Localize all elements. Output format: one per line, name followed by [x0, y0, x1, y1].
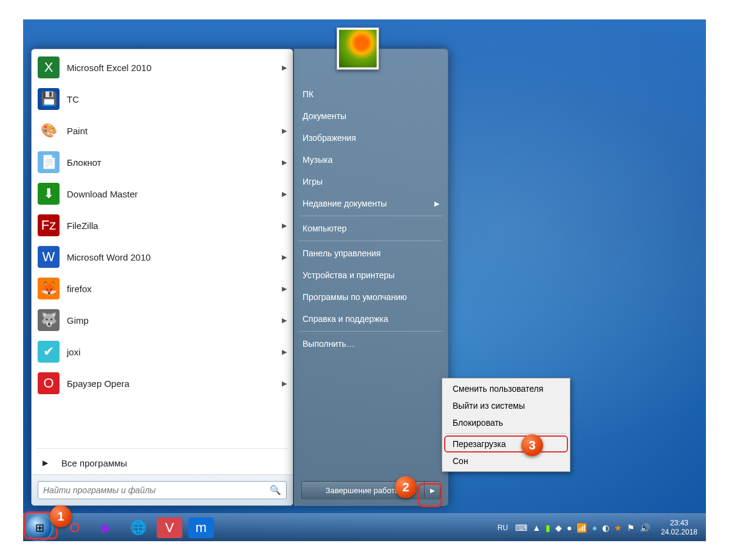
user-picture-frame[interactable]: [337, 27, 379, 70]
app-label: Gimp: [67, 315, 282, 326]
submenu-log-off[interactable]: Выйти из системы: [444, 397, 568, 414]
chevron-right-icon: ▶: [282, 285, 287, 293]
app-icon: W: [38, 246, 60, 268]
system-link-label: Справка и поддержка: [303, 314, 388, 324]
keyboard-icon[interactable]: ⌨: [515, 523, 527, 533]
system-tray: RU ⌨ ▲ ▮ ◆ ● 📶 ● ◐ ★ ⚑ 🔊 23:43 24.02.201…: [495, 519, 706, 537]
system-link[interactable]: Музыка: [294, 149, 448, 171]
chevron-right-icon: ▶: [282, 380, 287, 388]
system-link[interactable]: Компьютер: [294, 217, 448, 239]
app-label: Paint: [67, 126, 282, 136]
app-item[interactable]: 🦊firefox▶: [33, 273, 292, 304]
taskbar-media-icon[interactable]: ▶: [94, 517, 119, 538]
chevron-right-icon: ▶: [282, 253, 287, 261]
app-label: Download Master: [67, 189, 282, 199]
tray-app6-icon[interactable]: ★: [614, 523, 622, 533]
divider: [299, 331, 443, 332]
shutdown-submenu: Сменить пользователя Выйти из системы Бл…: [442, 378, 570, 472]
system-link-label: Выполнить…: [303, 339, 355, 349]
app-label: Блокнот: [67, 157, 282, 168]
app-icon: X: [38, 56, 60, 78]
taskbar: ⊞ O ▶ 🌐 V m RU ⌨ ▲ ▮ ◆ ● 📶 ● ◐ ★ ⚑ 🔊 23:…: [23, 513, 706, 541]
system-link-label: Музыка: [303, 155, 333, 165]
taskbar-chrome-icon[interactable]: 🌐: [125, 517, 151, 538]
system-link-label: ПК: [303, 89, 313, 99]
start-menu-left: XMicrosoft Excel 2010▶💾TC🎨Paint▶📄Блокнот…: [31, 49, 293, 506]
app-item[interactable]: WMicrosoft Word 2010▶: [33, 241, 292, 273]
all-programs-label: Все программы: [61, 458, 127, 468]
app-item[interactable]: XMicrosoft Excel 2010▶: [33, 52, 292, 83]
system-link[interactable]: Программы по умолчанию: [294, 286, 448, 308]
chevron-right-icon: ▶: [282, 222, 287, 230]
system-link-label: Компьютер: [303, 224, 346, 233]
system-link[interactable]: Устройства и принтеры: [294, 264, 448, 286]
app-item[interactable]: FzFileZilla▶: [33, 210, 292, 241]
system-link-label: Игры: [303, 177, 323, 186]
app-icon: 🐺: [38, 309, 60, 331]
app-item[interactable]: ✔joxi▶: [33, 336, 292, 367]
app-label: joxi: [67, 347, 282, 357]
submenu-switch-user[interactable]: Сменить пользователя: [444, 380, 568, 397]
tray-app3-icon[interactable]: ●: [567, 523, 572, 533]
taskbar-clock[interactable]: 23:43 24.02.2018: [655, 519, 703, 537]
system-link-label: Панель управления: [303, 248, 381, 258]
app-label: FileZilla: [67, 220, 282, 231]
app-item[interactable]: 📄Блокнот▶: [33, 146, 292, 178]
system-link-label: Устройства и принтеры: [303, 270, 395, 280]
app-icon: 📄: [38, 151, 60, 173]
submenu-restart[interactable]: Перезагрузка: [444, 435, 568, 452]
app-item[interactable]: 🐺Gimp▶: [33, 304, 292, 336]
app-icon: Fz: [38, 214, 60, 236]
system-links-list: ПКДокументыИзображенияМузыкаИгрыНедавние…: [294, 49, 448, 355]
chevron-right-icon: ▶: [282, 348, 287, 356]
tray-app2-icon[interactable]: ◆: [555, 523, 562, 533]
divider: [36, 448, 288, 449]
taskbar-pinned: O ▶ 🌐 V m: [62, 517, 214, 538]
start-menu-right: ПКДокументыИзображенияМузыкаИгрыНедавние…: [294, 49, 448, 506]
chevron-right-icon: ▶: [282, 190, 287, 198]
start-button[interactable]: ⊞: [26, 514, 53, 542]
network-icon[interactable]: 📶: [577, 523, 587, 533]
shutdown-row: Завершение работы ▶: [301, 481, 440, 499]
tray-up-icon[interactable]: ▲: [532, 523, 541, 533]
annotation-marker-2: 2: [395, 476, 417, 498]
tray-app5-icon[interactable]: ◐: [602, 523, 609, 533]
all-programs-button[interactable]: ▶ Все программы: [32, 451, 293, 474]
system-link[interactable]: ПК: [294, 83, 448, 105]
divider: [299, 216, 443, 216]
app-label: Microsoft Excel 2010: [67, 63, 282, 73]
system-link[interactable]: Изображения: [294, 127, 448, 149]
system-link[interactable]: Документы: [294, 105, 448, 127]
search-input[interactable]: [43, 485, 270, 495]
app-item[interactable]: 💾TC: [33, 83, 292, 115]
app-icon: ⬇: [38, 183, 60, 205]
chevron-right-icon: ▶: [282, 64, 287, 72]
tray-app1-icon[interactable]: ▮: [546, 523, 550, 533]
submenu-sleep[interactable]: Сон: [444, 452, 568, 470]
app-item[interactable]: OБраузер Opera▶: [33, 367, 292, 399]
system-link[interactable]: Панель управления: [294, 242, 448, 264]
taskbar-vivaldi-icon[interactable]: V: [157, 517, 182, 538]
chevron-right-icon: ▶: [282, 127, 287, 135]
app-item[interactable]: 🎨Paint▶: [33, 115, 292, 146]
system-link[interactable]: Игры: [294, 171, 448, 193]
taskbar-maxthon-icon[interactable]: m: [188, 517, 214, 538]
system-link[interactable]: Выполнить…: [294, 333, 448, 355]
system-link[interactable]: Недавние документы▶: [294, 193, 448, 214]
annotation-marker-3: 3: [521, 434, 543, 456]
clock-time: 23:43: [661, 519, 697, 528]
app-label: Microsoft Word 2010: [67, 252, 282, 262]
volume-icon[interactable]: 🔊: [640, 523, 650, 533]
chevron-right-icon: ▶: [282, 159, 287, 166]
flag-icon[interactable]: ⚑: [627, 523, 635, 533]
submenu-lock[interactable]: Блокировать: [444, 414, 568, 431]
annotation-marker-1: 1: [50, 505, 72, 527]
language-indicator[interactable]: RU: [495, 522, 510, 533]
user-picture: [339, 30, 377, 67]
app-item[interactable]: ⬇Download Master▶: [33, 178, 292, 210]
shutdown-options-arrow[interactable]: ▶: [425, 481, 440, 499]
desktop: XMicrosoft Excel 2010▶💾TC🎨Paint▶📄Блокнот…: [23, 19, 706, 541]
tray-app4-icon[interactable]: ●: [592, 523, 597, 533]
system-link[interactable]: Справка и поддержка: [294, 308, 448, 330]
search-box[interactable]: 🔍: [38, 481, 287, 499]
